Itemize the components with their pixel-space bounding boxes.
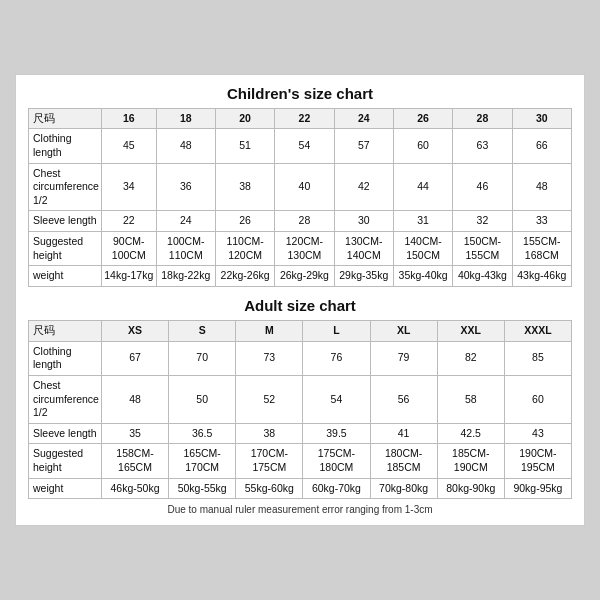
adult-cell-2-6: 43 <box>504 423 571 444</box>
adult-cell-4-0: 46kg-50kg <box>101 478 168 499</box>
children-cell-2-3: 28 <box>275 211 334 232</box>
adult-col-header-5: XL <box>370 321 437 342</box>
adult-table-body: Clothing length67707376798285Chest circu… <box>29 341 572 499</box>
adult-cell-3-1: 165CM-170CM <box>169 444 236 478</box>
children-cell-2-7: 33 <box>512 211 571 232</box>
children-cell-3-0: 90CM-100CM <box>101 232 156 266</box>
children-col-header-7: 28 <box>453 108 512 129</box>
children-row-label-0: Clothing length <box>29 129 102 163</box>
footer-note: Due to manual ruler measurement error ra… <box>28 504 572 515</box>
children-size-table: 尺码1618202224262830 Clothing length454851… <box>28 108 572 287</box>
children-col-header-1: 16 <box>101 108 156 129</box>
adult-table-row: Sleeve length3536.53839.54142.543 <box>29 423 572 444</box>
children-cell-3-4: 130CM-140CM <box>334 232 393 266</box>
adult-cell-1-4: 56 <box>370 375 437 423</box>
adult-cell-1-5: 58 <box>437 375 504 423</box>
adult-cell-0-1: 70 <box>169 341 236 375</box>
adult-col-header-0: 尺码 <box>29 321 102 342</box>
adult-cell-0-0: 67 <box>101 341 168 375</box>
children-cell-2-6: 32 <box>453 211 512 232</box>
children-cell-4-7: 43kg-46kg <box>512 266 571 287</box>
adult-cell-1-1: 50 <box>169 375 236 423</box>
children-cell-4-5: 35kg-40kg <box>393 266 452 287</box>
children-row-label-3: Suggested height <box>29 232 102 266</box>
children-cell-0-1: 48 <box>156 129 215 163</box>
children-cell-3-5: 140CM-150CM <box>393 232 452 266</box>
children-cell-2-4: 30 <box>334 211 393 232</box>
children-row-label-4: weight <box>29 266 102 287</box>
adult-table-row: Clothing length67707376798285 <box>29 341 572 375</box>
adult-cell-4-4: 70kg-80kg <box>370 478 437 499</box>
adult-chart-title: Adult size chart <box>28 297 572 314</box>
adult-cell-3-3: 175CM-180CM <box>303 444 370 478</box>
adult-cell-0-6: 85 <box>504 341 571 375</box>
adult-cell-2-5: 42.5 <box>437 423 504 444</box>
children-col-header-2: 18 <box>156 108 215 129</box>
children-cell-4-6: 40kg-43kg <box>453 266 512 287</box>
adult-col-header-2: S <box>169 321 236 342</box>
children-cell-0-7: 66 <box>512 129 571 163</box>
children-cell-1-5: 44 <box>393 163 452 211</box>
adult-cell-1-6: 60 <box>504 375 571 423</box>
children-cell-4-4: 29kg-35kg <box>334 266 393 287</box>
children-cell-2-5: 31 <box>393 211 452 232</box>
adult-cell-4-2: 55kg-60kg <box>236 478 303 499</box>
adult-cell-2-2: 38 <box>236 423 303 444</box>
adult-row-label-4: weight <box>29 478 102 499</box>
adult-row-label-1: Chest circumference 1/2 <box>29 375 102 423</box>
children-cell-0-0: 45 <box>101 129 156 163</box>
children-col-header-5: 24 <box>334 108 393 129</box>
adult-header-row: 尺码XSSMLXLXXLXXXL <box>29 321 572 342</box>
children-col-header-0: 尺码 <box>29 108 102 129</box>
children-cell-1-2: 38 <box>215 163 274 211</box>
adult-cell-1-0: 48 <box>101 375 168 423</box>
children-row-label-1: Chest circumference 1/2 <box>29 163 102 211</box>
adult-cell-3-5: 185CM-190CM <box>437 444 504 478</box>
children-cell-3-3: 120CM-130CM <box>275 232 334 266</box>
children-cell-3-1: 100CM-110CM <box>156 232 215 266</box>
children-col-header-6: 26 <box>393 108 452 129</box>
children-cell-1-4: 42 <box>334 163 393 211</box>
adult-row-label-0: Clothing length <box>29 341 102 375</box>
adult-cell-3-0: 158CM-165CM <box>101 444 168 478</box>
children-cell-2-2: 26 <box>215 211 274 232</box>
children-cell-0-6: 63 <box>453 129 512 163</box>
children-cell-0-2: 51 <box>215 129 274 163</box>
adult-col-header-6: XXL <box>437 321 504 342</box>
adult-cell-1-3: 54 <box>303 375 370 423</box>
children-cell-3-7: 155CM-168CM <box>512 232 571 266</box>
adult-cell-0-3: 76 <box>303 341 370 375</box>
adult-cell-4-6: 90kg-95kg <box>504 478 571 499</box>
children-cell-1-3: 40 <box>275 163 334 211</box>
children-cell-4-3: 26kg-29kg <box>275 266 334 287</box>
children-cell-0-4: 57 <box>334 129 393 163</box>
children-cell-0-3: 54 <box>275 129 334 163</box>
adult-cell-3-6: 190CM-195CM <box>504 444 571 478</box>
children-cell-1-1: 36 <box>156 163 215 211</box>
children-table-row: Chest circumference 1/23436384042444648 <box>29 163 572 211</box>
adult-cell-2-4: 41 <box>370 423 437 444</box>
adult-size-table: 尺码XSSMLXLXXLXXXL Clothing length67707376… <box>28 320 572 499</box>
adult-cell-2-1: 36.5 <box>169 423 236 444</box>
adult-table-row: Chest circumference 1/248505254565860 <box>29 375 572 423</box>
adult-col-header-1: XS <box>101 321 168 342</box>
children-table-row: Suggested height90CM-100CM100CM-110CM110… <box>29 232 572 266</box>
adult-row-label-2: Sleeve length <box>29 423 102 444</box>
children-row-label-2: Sleeve length <box>29 211 102 232</box>
adult-col-header-4: L <box>303 321 370 342</box>
children-header-row: 尺码1618202224262830 <box>29 108 572 129</box>
children-col-header-4: 22 <box>275 108 334 129</box>
adult-cell-0-2: 73 <box>236 341 303 375</box>
adult-cell-1-2: 52 <box>236 375 303 423</box>
adult-cell-2-3: 39.5 <box>303 423 370 444</box>
adult-table-row: weight46kg-50kg50kg-55kg55kg-60kg60kg-70… <box>29 478 572 499</box>
adult-cell-4-5: 80kg-90kg <box>437 478 504 499</box>
adult-cell-2-0: 35 <box>101 423 168 444</box>
children-cell-3-2: 110CM-120CM <box>215 232 274 266</box>
children-table-row: Sleeve length2224262830313233 <box>29 211 572 232</box>
children-cell-4-1: 18kg-22kg <box>156 266 215 287</box>
adult-col-header-7: XXXL <box>504 321 571 342</box>
adult-cell-3-2: 170CM-175CM <box>236 444 303 478</box>
adult-row-label-3: Suggested height <box>29 444 102 478</box>
children-cell-4-2: 22kg-26kg <box>215 266 274 287</box>
